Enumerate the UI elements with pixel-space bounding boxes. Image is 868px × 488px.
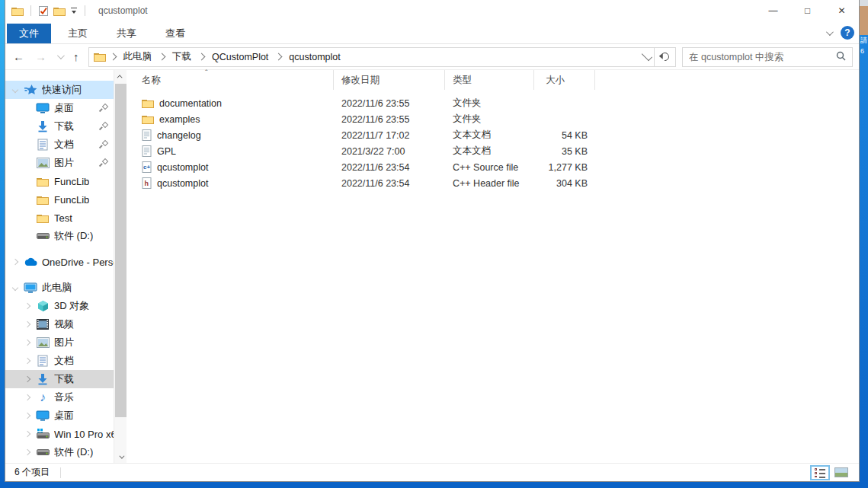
sidebar-item-downloads-pc[interactable]: 下载 — [5, 370, 114, 388]
sidebar-item-videos[interactable]: 视频 — [5, 315, 114, 333]
up-button[interactable]: ↑ — [73, 50, 79, 63]
documents-icon — [36, 354, 50, 368]
breadcrumb-separator-icon[interactable] — [275, 53, 283, 61]
expand-icon[interactable] — [24, 449, 30, 455]
sidebar-item-desktop[interactable]: 桌面 — [5, 99, 114, 117]
windows-drive-icon — [36, 427, 50, 441]
file-row-gpl[interactable]: GPL 2021/3/22 7:00 文本文档 35 KB — [127, 143, 859, 159]
large-icons-view-icon — [834, 467, 848, 477]
sidebar-item-desktop-pc[interactable]: 桌面 — [5, 407, 114, 425]
file-size: 1,277 KB — [534, 162, 595, 173]
collapse-icon[interactable] — [12, 87, 18, 93]
qat-properties-icon[interactable] — [38, 5, 49, 17]
pin-icon — [99, 104, 107, 113]
file-row-examples[interactable]: examples 2022/11/6 23:55 文件夹 — [127, 111, 859, 127]
pin-icon — [99, 123, 107, 131]
address-dropdown-icon[interactable] — [642, 50, 652, 61]
help-icon[interactable]: ? — [841, 26, 854, 40]
tab-view[interactable]: 查看 — [153, 24, 197, 43]
navigation-toolbar: ← → ↑ 此电脑 下载 QCustomPlot — [5, 44, 859, 70]
qat-new-folder-icon[interactable] — [53, 6, 66, 16]
sidebar-item-funclib-2[interactable]: FuncLib — [5, 190, 114, 209]
sidebar-item-test[interactable]: Test — [5, 209, 114, 227]
sidebar-this-pc[interactable]: 此电脑 — [5, 279, 114, 297]
expand-ribbon-icon[interactable] — [826, 28, 834, 36]
details-view-icon — [815, 468, 825, 477]
sidebar-item-music[interactable]: ♪ 音乐 — [5, 388, 114, 407]
breadcrumb-separator-icon[interactable] — [198, 53, 206, 61]
tab-file[interactable]: 文件 — [7, 24, 51, 43]
expand-icon[interactable] — [24, 394, 30, 400]
expand-icon[interactable] — [24, 431, 30, 437]
column-header-type[interactable]: 类型 — [445, 70, 534, 90]
file-date: 2022/11/6 23:54 — [334, 162, 445, 173]
tab-share[interactable]: 共享 — [104, 24, 149, 43]
sidebar-item-label: 图片 — [54, 336, 74, 349]
breadcrumb-downloads[interactable]: 下载 — [168, 49, 196, 65]
sidebar-item-label: 文档 — [54, 354, 74, 368]
expand-icon[interactable] — [24, 376, 30, 382]
scroll-down-icon[interactable] — [114, 451, 127, 463]
file-name: qcustomplot — [157, 178, 208, 189]
column-header-name[interactable]: 名称 — [127, 70, 334, 90]
qat-customize-dropdown-icon[interactable] — [70, 8, 78, 14]
file-name: examples — [159, 114, 200, 125]
file-name: GPL — [157, 146, 176, 157]
breadcrumb-separator-icon[interactable] — [159, 53, 166, 61]
file-row-documentation[interactable]: documentation 2022/11/6 23:55 文件夹 — [127, 95, 859, 111]
expand-icon[interactable] — [24, 413, 30, 419]
collapse-icon[interactable] — [12, 285, 18, 291]
file-row-changelog[interactable]: changelog 2022/11/7 17:02 文本文档 54 KB — [127, 127, 859, 143]
sidebar-item-funclib-1[interactable]: FuncLib — [5, 172, 114, 190]
column-header-date-modified[interactable]: 修改日期 — [334, 70, 445, 90]
search-input[interactable] — [689, 52, 831, 62]
sidebar-item-drive-c[interactable]: Win 10 Pro x64 — [5, 425, 114, 443]
expand-icon[interactable] — [24, 358, 30, 364]
file-date: 2022/11/6 23:55 — [334, 114, 445, 125]
column-header-size[interactable]: 大小 — [534, 70, 595, 90]
scroll-up-icon[interactable] — [114, 70, 127, 82]
downloads-icon — [36, 372, 50, 386]
large-icons-view-button[interactable] — [831, 465, 851, 480]
videos-icon — [36, 317, 50, 331]
file-row-qcustomplot-cpp[interactable]: c+ qcustomplot 2022/11/6 23:54 C++ Sourc… — [127, 159, 859, 175]
breadcrumb-this-pc[interactable]: 此电脑 — [119, 49, 157, 65]
breadcrumb-qcustomplot-parent[interactable]: QCustomPlot — [207, 50, 273, 64]
sidebar-quick-access[interactable]: 快速访问 — [5, 81, 114, 99]
sidebar-item-pictures[interactable]: 图片 — [5, 154, 114, 172]
breadcrumb-separator-icon[interactable] — [109, 53, 117, 61]
drive-icon — [36, 229, 50, 243]
sidebar-item-documents-pc[interactable]: 文档 — [5, 352, 114, 370]
sidebar-item-label: 视频 — [54, 317, 74, 331]
expand-icon[interactable] — [24, 340, 30, 346]
sidebar-item-drive-d[interactable]: 软件 (D:) — [5, 443, 114, 461]
recent-locations-icon[interactable] — [57, 52, 65, 59]
details-view-button[interactable] — [810, 465, 830, 480]
refresh-button[interactable] — [655, 47, 676, 67]
tab-home[interactable]: 主页 — [56, 24, 100, 43]
sidebar-item-drive-d-qa[interactable]: 软件 (D:) — [5, 227, 114, 245]
forward-button[interactable]: → — [35, 50, 46, 63]
folder-icon — [36, 211, 50, 225]
expand-icon[interactable] — [24, 321, 30, 327]
expand-icon[interactable] — [24, 303, 30, 309]
sidebar-item-documents[interactable]: 文档 — [5, 136, 114, 154]
sidebar-item-label: 桌面 — [54, 409, 74, 423]
maximize-button[interactable]: □ — [790, 0, 825, 21]
sidebar-scrollbar[interactable] — [114, 70, 127, 463]
sidebar-item-downloads[interactable]: 下载 — [5, 117, 114, 136]
sidebar-onedrive[interactable]: OneDrive - Perso — [5, 253, 114, 271]
file-date: 2021/3/22 7:00 — [334, 146, 445, 157]
sidebar-item-pictures-pc[interactable]: 图片 — [5, 333, 114, 352]
refresh-icon — [659, 51, 671, 62]
breadcrumb-qcustomplot[interactable]: qcustomplot — [284, 50, 344, 64]
address-bar[interactable]: 此电脑 下载 QCustomPlot qcustomplot — [88, 47, 655, 67]
expand-icon[interactable] — [12, 259, 18, 265]
sidebar-item-3d-objects[interactable]: 3D 对象 — [5, 297, 114, 315]
close-button[interactable]: ✕ — [825, 0, 859, 21]
search-icon[interactable] — [836, 50, 846, 64]
scrollbar-thumb[interactable] — [115, 84, 127, 417]
file-row-qcustomplot-h[interactable]: h qcustomplot 2022/11/6 23:54 C++ Header… — [127, 175, 859, 191]
minimize-button[interactable]: — — [756, 0, 790, 21]
back-button[interactable]: ← — [13, 50, 24, 63]
